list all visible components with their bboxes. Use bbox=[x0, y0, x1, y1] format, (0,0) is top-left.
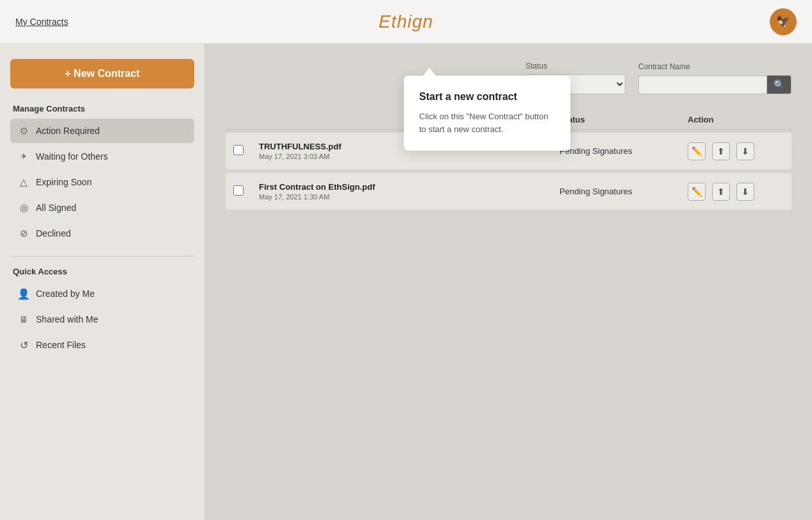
row1-actions: ✏️ ⬆ ⬇ bbox=[688, 142, 784, 160]
all-signed-icon: ◎ bbox=[18, 202, 29, 214]
header-checkbox-col bbox=[233, 115, 259, 124]
top-navigation: My Contracts Ethign 🦅 bbox=[0, 0, 812, 44]
shared-with-me-icon: 🖥 bbox=[18, 314, 29, 325]
tooltip-popup: Start a new contract Click on this "New … bbox=[404, 76, 570, 151]
contract-name-filter-group: Contract Name 🔍 bbox=[638, 62, 791, 94]
recent-files-icon: ↺ bbox=[18, 339, 29, 351]
contract-name-filter-label: Contract Name bbox=[638, 62, 791, 71]
contract-name-input-group: 🔍 bbox=[638, 75, 791, 94]
row1-checkbox[interactable] bbox=[233, 145, 244, 155]
nav-all-signed[interactable]: ◎ All Signed bbox=[10, 196, 194, 220]
row2-upload-icon[interactable]: ⬆ bbox=[712, 183, 730, 201]
new-contract-button[interactable]: + New Contract bbox=[10, 59, 194, 88]
nav-recent-files[interactable]: ↺ Recent Files bbox=[10, 333, 194, 357]
row1-status: Pending Signatures bbox=[559, 146, 688, 156]
expiring-label: Expiring Soon bbox=[36, 177, 92, 187]
brand-logo-container: Ethign bbox=[379, 12, 433, 32]
brand-suffix: ign bbox=[408, 12, 433, 31]
user-icon: 🦅 bbox=[776, 15, 790, 29]
nav-shared-with-me[interactable]: 🖥 Shared with Me bbox=[10, 307, 194, 331]
nav-action-required[interactable]: ⊙ Action Required bbox=[10, 119, 194, 143]
brand-logo: Ethign bbox=[379, 12, 433, 32]
row2-actions: ✏️ ⬆ ⬇ bbox=[688, 183, 784, 201]
row2-name-col: First Contract on EthSign.pdf May 17, 20… bbox=[259, 182, 559, 201]
action-required-label: Action Required bbox=[36, 126, 100, 136]
row1-upload-icon[interactable]: ⬆ bbox=[712, 142, 730, 160]
action-required-icon: ⊙ bbox=[18, 125, 29, 137]
main-container: + New Contract Manage Contracts ⊙ Action… bbox=[0, 44, 812, 520]
header-status-col: Status bbox=[559, 115, 688, 124]
row2-status: Pending Signatures bbox=[559, 187, 688, 196]
created-by-me-icon: 👤 bbox=[18, 288, 29, 299]
contract-name-input[interactable] bbox=[638, 76, 766, 94]
search-button[interactable]: 🔍 bbox=[766, 75, 791, 94]
sidebar-divider bbox=[10, 256, 194, 256]
sidebar: + New Contract Manage Contracts ⊙ Action… bbox=[0, 44, 205, 520]
waiting-icon: ✈ bbox=[18, 151, 29, 162]
header-action-col: Action bbox=[688, 115, 784, 124]
brand-prefix: Eth bbox=[379, 12, 408, 31]
declined-label: Declined bbox=[36, 228, 70, 239]
row2-contract-name: First Contract on EthSign.pdf bbox=[259, 182, 559, 192]
row1-edit-icon[interactable]: ✏️ bbox=[688, 142, 706, 160]
quick-access-title: Quick Access bbox=[10, 267, 194, 276]
expiring-icon: △ bbox=[18, 176, 29, 188]
content-area: Status All Status Pending Signatures Sig… bbox=[205, 44, 812, 520]
shared-with-me-label: Shared with Me bbox=[36, 314, 98, 324]
user-avatar[interactable]: 🦅 bbox=[770, 8, 797, 35]
row2-contract-date: May 17, 2021 1:30 AM bbox=[259, 193, 559, 201]
row1-checkbox-col bbox=[233, 145, 259, 158]
row2-edit-icon[interactable]: ✏️ bbox=[688, 183, 706, 201]
my-contracts-link[interactable]: My Contracts bbox=[15, 17, 68, 27]
tooltip-text: Click on this "New Contract" button to s… bbox=[419, 110, 555, 135]
row2-download-icon[interactable]: ⬇ bbox=[736, 183, 754, 201]
status-filter-label: Status bbox=[526, 62, 626, 71]
nav-expiring-soon[interactable]: △ Expiring Soon bbox=[10, 170, 194, 194]
declined-icon: ⊘ bbox=[18, 228, 29, 239]
waiting-label: Waiting for Others bbox=[36, 151, 108, 162]
all-signed-label: All Signed bbox=[36, 203, 76, 213]
nav-declined[interactable]: ⊘ Declined bbox=[10, 221, 194, 246]
created-by-me-label: Created by Me bbox=[36, 289, 95, 299]
tooltip-arrow bbox=[423, 68, 436, 76]
row1-download-icon[interactable]: ⬇ bbox=[736, 142, 754, 160]
recent-files-label: Recent Files bbox=[36, 340, 86, 350]
nav-created-by-me[interactable]: 👤 Created by Me bbox=[10, 281, 194, 306]
row2-checkbox[interactable] bbox=[233, 185, 244, 196]
nav-waiting-for-others[interactable]: ✈ Waiting for Others bbox=[10, 144, 194, 169]
row1-contract-date: May 17, 2021 3:03 AM bbox=[259, 153, 559, 160]
row2-checkbox-col bbox=[233, 185, 259, 198]
tooltip-title: Start a new contract bbox=[419, 91, 555, 103]
manage-contracts-title: Manage Contracts bbox=[10, 104, 194, 113]
table-row: First Contract on EthSign.pdf May 17, 20… bbox=[226, 173, 791, 210]
